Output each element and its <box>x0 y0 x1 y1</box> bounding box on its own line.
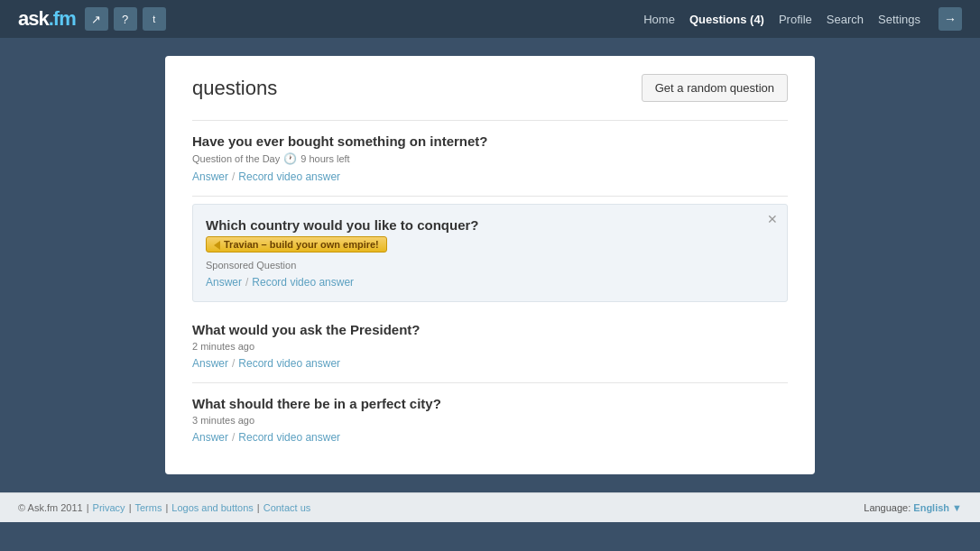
question-meta-label: Question of the Day <box>192 153 280 164</box>
action-separator: / <box>232 357 235 370</box>
footer-copyright: © Ask.fm 2011 <box>18 502 83 513</box>
footer-sep: | <box>87 502 89 513</box>
record-video-link[interactable]: Record video answer <box>238 357 340 370</box>
answer-link[interactable]: Answer <box>206 276 242 289</box>
question-meta: 2 minutes ago <box>192 341 788 352</box>
action-separator: / <box>232 170 235 183</box>
record-video-link[interactable]: Record video answer <box>252 276 354 289</box>
footer-sep: | <box>257 502 260 513</box>
page-title: questions <box>192 77 277 100</box>
main-nav: Home Questions (4) Profile Search Settin… <box>643 7 962 31</box>
random-question-button[interactable]: Get a random question <box>642 74 788 102</box>
answer-link[interactable]: Answer <box>192 170 228 183</box>
twitter-button[interactable]: t <box>143 7 166 31</box>
question-meta: 3 minutes ago <box>192 415 788 426</box>
share-button[interactable]: ↗ <box>85 7 108 31</box>
logo-ask: ask <box>18 7 49 30</box>
main-wrapper: questions Get a random question Have you… <box>0 38 980 492</box>
question-actions: Answer / Record video answer <box>192 431 788 444</box>
nav-home[interactable]: Home <box>643 13 675 26</box>
question-text: Which country would you like to conquer? <box>206 217 774 233</box>
question-time: 2 minutes ago <box>192 341 254 352</box>
page-header: questions Get a random question <box>192 74 788 102</box>
footer-right: Language: English ▼ <box>864 502 962 513</box>
logout-button[interactable]: → <box>938 7 962 31</box>
language-selector[interactable]: English ▼ <box>913 502 962 513</box>
help-button[interactable]: ? <box>114 7 137 31</box>
action-separator: / <box>245 276 248 289</box>
question-item: What would you ask the President? 2 minu… <box>192 309 788 383</box>
question-text: Have you ever bought something on intern… <box>192 133 788 149</box>
sponsored-badge: Travian – build your own empire! <box>206 236 387 253</box>
nav-questions[interactable]: Questions (4) <box>689 13 764 26</box>
answer-link[interactable]: Answer <box>192 357 228 370</box>
footer: © Ask.fm 2011 | Privacy | Terms | Logos … <box>0 492 980 522</box>
question-actions: Answer / Record video answer <box>206 276 774 289</box>
badge-arrow-icon <box>214 241 220 250</box>
sponsored-badge-wrapper: Travian – build your own empire! <box>206 236 774 260</box>
footer-sep: | <box>129 502 132 513</box>
footer-terms-link[interactable]: Terms <box>134 502 162 513</box>
record-video-link[interactable]: Record video answer <box>238 170 340 183</box>
nav-search[interactable]: Search <box>827 13 864 26</box>
question-text: What would you ask the President? <box>192 322 788 337</box>
nav-profile[interactable]: Profile <box>779 13 812 26</box>
footer-logos-link[interactable]: Logos and buttons <box>171 502 254 513</box>
footer-privacy-link[interactable]: Privacy <box>93 502 125 513</box>
question-actions: Answer / Record video answer <box>192 170 788 183</box>
record-video-link[interactable]: Record video answer <box>238 431 340 444</box>
logo-fm: .fm <box>49 7 76 30</box>
action-separator: / <box>232 431 235 444</box>
question-actions: Answer / Record video answer <box>192 357 788 370</box>
sponsored-close-button[interactable]: ✕ <box>767 212 778 226</box>
footer-left: © Ask.fm 2011 | Privacy | Terms | Logos … <box>18 502 310 513</box>
question-meta: Question of the Day 🕐 9 hours left <box>192 152 788 165</box>
header: ask.fm ↗ ? t Home Questions (4) Profile … <box>0 0 980 38</box>
question-item: Have you ever bought something on intern… <box>192 121 788 197</box>
clock-icon: 🕐 <box>283 152 297 165</box>
sponsored-question-item: ✕ Which country would you like to conque… <box>192 204 788 302</box>
site-logo: ask.fm <box>18 7 76 31</box>
content-box: questions Get a random question Have you… <box>165 56 815 474</box>
question-text: What should there be in a perfect city? <box>192 396 788 411</box>
footer-sep: | <box>165 502 168 513</box>
sponsored-label: Sponsored Question <box>206 260 774 271</box>
question-time: 9 hours left <box>300 153 349 164</box>
footer-contact-link[interactable]: Contact us <box>263 502 311 513</box>
answer-link[interactable]: Answer <box>192 431 228 444</box>
question-item: What should there be in a perfect city? … <box>192 383 788 456</box>
language-label: Language: <box>864 502 911 513</box>
question-time: 3 minutes ago <box>192 415 254 426</box>
nav-settings[interactable]: Settings <box>878 13 920 26</box>
header-icon-group: ↗ ? t <box>85 7 166 31</box>
